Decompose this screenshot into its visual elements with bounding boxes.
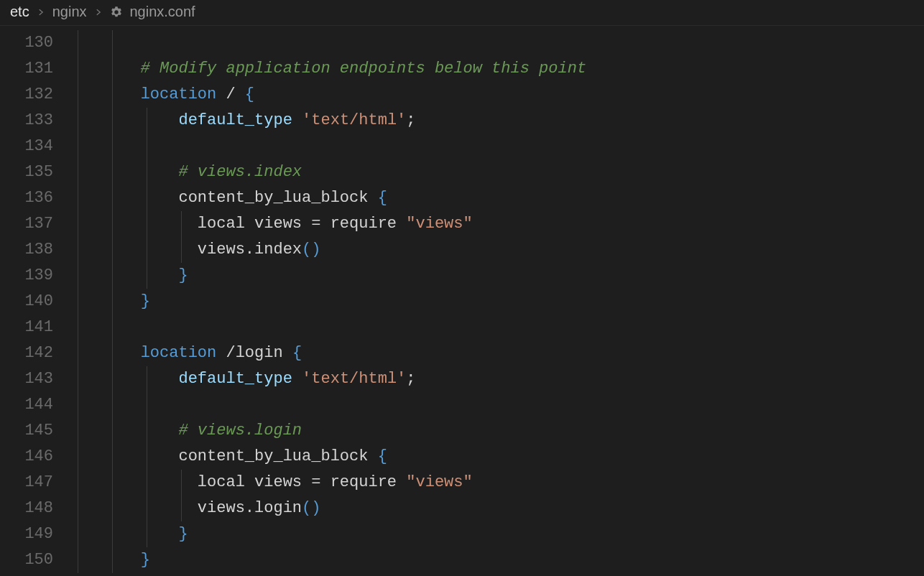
code-line[interactable]: default_type 'text/html';	[65, 366, 924, 392]
indent-guide	[147, 134, 147, 159]
line-number: 138	[0, 237, 65, 263]
indent-guide	[112, 134, 113, 159]
code-line[interactable]: views.login()	[65, 496, 924, 521]
code-line[interactable]: }	[65, 263, 924, 289]
code-text: }	[65, 551, 150, 569]
code-text: }	[65, 266, 188, 284]
indent-guide	[147, 392, 147, 418]
code-text: # Modify application endpoints below thi…	[65, 60, 586, 78]
code-text: location / {	[65, 85, 254, 103]
line-number: 146	[0, 444, 65, 470]
line-number: 137	[0, 211, 65, 237]
code-text: local views = require "views"	[65, 473, 473, 491]
line-number: 145	[0, 418, 65, 444]
line-number: 150	[0, 547, 65, 573]
indent-guide	[112, 30, 113, 56]
line-number: 147	[0, 470, 65, 496]
line-number: 142	[0, 340, 65, 366]
line-number: 140	[0, 289, 65, 315]
chevron-right-icon	[94, 6, 103, 19]
code-text: views.login()	[65, 499, 320, 517]
indent-guide	[78, 30, 78, 56]
line-number-gutter: 1301311321331341351361371381391401411421…	[0, 26, 65, 576]
code-line[interactable]: content_by_lua_block {	[65, 185, 924, 211]
code-line[interactable]: location / {	[65, 82, 924, 108]
indent-guide	[78, 392, 78, 418]
code-line[interactable]: # Modify application endpoints below thi…	[65, 56, 924, 82]
breadcrumb: etc nginx nginx.conf	[0, 0, 924, 26]
code-line[interactable]: # views.login	[65, 418, 924, 444]
line-number: 132	[0, 82, 65, 108]
code-line[interactable]	[65, 392, 924, 418]
indent-guide	[78, 134, 78, 159]
line-number: 130	[0, 30, 65, 56]
code-line[interactable]: local views = require "views"	[65, 470, 924, 496]
code-text: # views.index	[65, 163, 302, 181]
line-number: 139	[0, 263, 65, 289]
line-number: 136	[0, 185, 65, 211]
code-line[interactable]	[65, 315, 924, 340]
gear-icon	[110, 6, 123, 19]
chevron-right-icon	[37, 6, 45, 19]
line-number: 131	[0, 56, 65, 82]
breadcrumb-item[interactable]: nginx	[52, 4, 87, 20]
code-line[interactable]: }	[65, 289, 924, 315]
code-text: }	[65, 292, 150, 310]
code-content[interactable]: # Modify application endpoints below thi…	[65, 26, 924, 576]
code-line[interactable]: }	[65, 547, 924, 573]
breadcrumb-item[interactable]: nginx.conf	[130, 4, 195, 20]
code-text: # views.login	[65, 422, 302, 440]
breadcrumb-item[interactable]: etc	[10, 4, 29, 20]
line-number: 141	[0, 315, 65, 340]
code-line[interactable]: # views.index	[65, 159, 924, 185]
line-number: 133	[0, 108, 65, 134]
code-text: location /login {	[65, 344, 302, 362]
code-line[interactable]: }	[65, 521, 924, 547]
line-number: 143	[0, 366, 65, 392]
code-line[interactable]	[65, 30, 924, 56]
code-text: }	[65, 525, 188, 543]
code-line[interactable]: content_by_lua_block {	[65, 444, 924, 470]
line-number: 148	[0, 496, 65, 521]
code-text: default_type 'text/html';	[65, 370, 416, 388]
line-number: 149	[0, 521, 65, 547]
code-line[interactable]: location /login {	[65, 340, 924, 366]
line-number: 134	[0, 134, 65, 159]
code-line[interactable]: default_type 'text/html';	[65, 108, 924, 134]
code-line[interactable]: local views = require "views"	[65, 211, 924, 237]
code-text: content_by_lua_block {	[65, 447, 387, 465]
line-number: 135	[0, 159, 65, 185]
code-line[interactable]	[65, 134, 924, 159]
code-text: content_by_lua_block {	[65, 189, 387, 207]
indent-guide	[78, 315, 78, 340]
line-number: 144	[0, 392, 65, 418]
indent-guide	[112, 315, 113, 340]
code-text: default_type 'text/html';	[65, 111, 416, 129]
code-line[interactable]: views.index()	[65, 237, 924, 263]
indent-guide	[112, 392, 113, 418]
code-text: local views = require "views"	[65, 215, 473, 233]
code-editor[interactable]: 1301311321331341351361371381391401411421…	[0, 26, 924, 576]
code-text: views.index()	[65, 241, 320, 259]
